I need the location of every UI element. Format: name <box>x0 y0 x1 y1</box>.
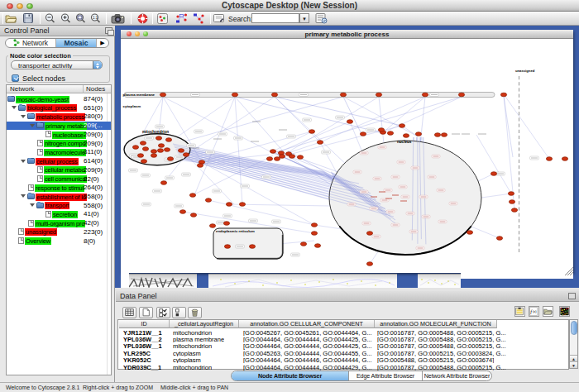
svg-text:mitochondrion: mitochondrion <box>142 130 169 134</box>
svg-text:unassigned: unassigned <box>515 69 535 73</box>
svg-text:nucleus: nucleus <box>397 140 412 144</box>
svg-text:1:1: 1:1 <box>93 16 98 20</box>
svg-text:cytoplasm: cytoplasm <box>123 104 141 108</box>
svg-text:(x): (x) <box>533 309 537 313</box>
svg-text:plasma membrane: plasma membrane <box>123 93 156 97</box>
svg-text:endoplasmic reticulum: endoplasmic reticulum <box>216 229 255 233</box>
